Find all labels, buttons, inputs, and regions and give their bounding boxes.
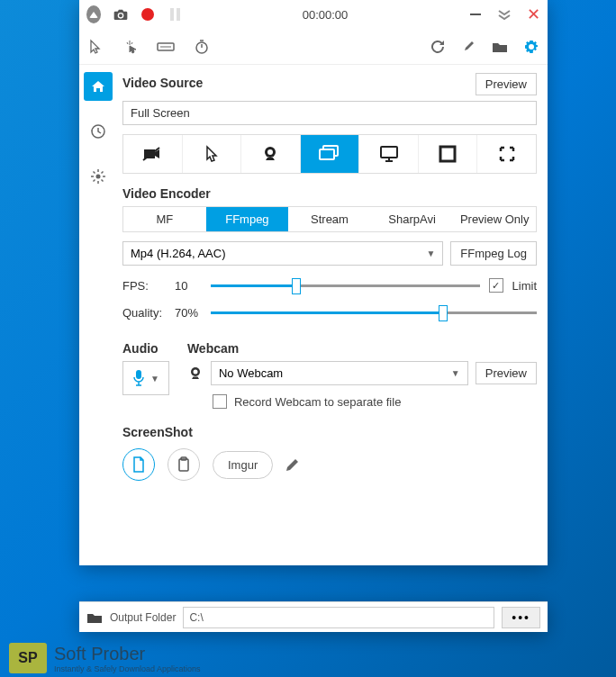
chevron-down-icon: ▼ [150,374,159,384]
quality-label: Quality: [122,306,166,320]
encoder-tab-ffmpeg[interactable]: FFmpeg [206,207,289,231]
pause-button [168,7,182,22]
brush-icon[interactable] [461,40,476,54]
edit-icon[interactable] [285,457,300,472]
video-source-icons [122,134,537,174]
watermark: SP Soft Prober Instantly & Safely Downlo… [9,643,201,673]
screenshot-icon[interactable] [113,7,128,22]
fps-value: 10 [175,279,202,293]
chevron-down-icon: ▼ [426,248,435,258]
webcam-select[interactable]: No Webcam ▼ [211,361,468,385]
titlebar: 00:00:00 ✕ [79,0,548,29]
sidebar [79,65,117,565]
expand-down-icon[interactable] [497,7,512,22]
sidebar-home[interactable] [84,72,113,101]
source-screen-icon[interactable] [300,135,359,173]
output-folder-label: Output Folder [110,611,176,624]
video-encoder-title: Video Encoder [122,186,537,201]
encoder-tab-preview[interactable]: Preview Only [453,207,536,231]
refresh-icon[interactable] [430,40,445,54]
audio-mic-button[interactable]: ▼ [122,361,169,395]
svg-rect-21 [179,459,188,471]
video-source-input[interactable] [122,101,537,125]
audio-title: Audio [122,341,169,356]
source-none-icon[interactable] [123,135,182,173]
collapse-icon[interactable] [86,7,101,22]
source-webcam-icon[interactable] [240,135,300,173]
timer-icon[interactable] [195,39,209,55]
keystrokes-icon[interactable] [157,39,175,55]
screenshot-imgur-button[interactable]: Imgur [213,451,273,479]
browse-button[interactable]: ••• [502,607,540,628]
encoder-tab-sharpavi[interactable]: SharpAvi [371,207,454,231]
toolbar-tools [79,29,548,65]
app-window: 00:00:00 ✕ Vid [79,0,548,565]
output-path-input[interactable] [183,607,494,628]
encoder-format-value: Mp4 (H.264, AAC) [131,247,226,260]
webcam-value: No Webcam [219,366,283,380]
quality-value: 70% [175,306,202,320]
fps-limit-checkbox[interactable]: ✓ [489,278,503,293]
close-icon[interactable]: ✕ [526,7,540,22]
fps-slider[interactable] [211,276,480,294]
folder-icon [86,611,103,624]
settings-gear-icon[interactable] [524,40,539,54]
quality-slider[interactable] [211,303,537,321]
webcam-separate-label: Record Webcam to separate file [234,395,401,409]
source-cursor-icon[interactable] [182,135,241,173]
video-source-title: Video Source [122,76,203,90]
ffmpeg-log-button[interactable]: FFmpeg Log [450,241,537,266]
screenshot-title: ScreenShot [122,425,537,439]
record-button[interactable] [140,7,155,22]
preview-button[interactable]: Preview [476,73,537,95]
encoder-tabs: MF FFmpeg Stream SharpAvi Preview Only [122,206,537,232]
svg-rect-18 [136,370,141,379]
webcam-preview-button[interactable]: Preview [476,362,537,384]
svg-rect-12 [320,149,334,159]
minimize-icon[interactable] [468,7,483,22]
webcam-separate-checkbox[interactable] [213,394,227,409]
timer-display: 00:00:00 [182,8,468,22]
click-icon[interactable] [122,39,137,55]
source-window-icon[interactable] [418,135,477,173]
svg-point-10 [267,149,273,155]
sidebar-recent[interactable] [84,117,113,146]
screenshot-clipboard-button[interactable] [168,448,200,481]
screenshot-disk-button[interactable] [122,448,155,481]
webcam-small-icon [187,366,204,382]
svg-rect-13 [381,147,397,158]
encoder-tab-stream[interactable]: Stream [288,207,371,231]
source-desktop-icon[interactable] [358,135,418,173]
sidebar-config[interactable] [84,162,113,191]
main-panel: Video Source Preview Video Encoder MF FF… [117,65,548,565]
cursor-icon[interactable] [88,39,103,55]
watermark-badge: SP [9,643,47,673]
svg-point-20 [193,369,197,374]
watermark-tagline: Instantly & Safely Download Applications [54,664,201,673]
fps-label: FPS: [122,279,166,293]
mic-icon [132,369,145,387]
chevron-down-icon: ▼ [451,368,460,378]
encoder-tab-mf[interactable]: MF [123,207,206,231]
encoder-format-select[interactable]: Mp4 (H.264, AAC) ▼ [122,241,443,266]
output-bar: Output Folder ••• [79,601,548,632]
watermark-name: Soft Prober [54,644,201,664]
folder-icon[interactable] [492,40,508,54]
svg-point-7 [96,175,101,179]
svg-rect-17 [444,150,451,158]
fps-limit-label: Limit [512,279,537,293]
source-region-icon[interactable] [476,135,536,173]
webcam-title: Webcam [187,341,537,356]
